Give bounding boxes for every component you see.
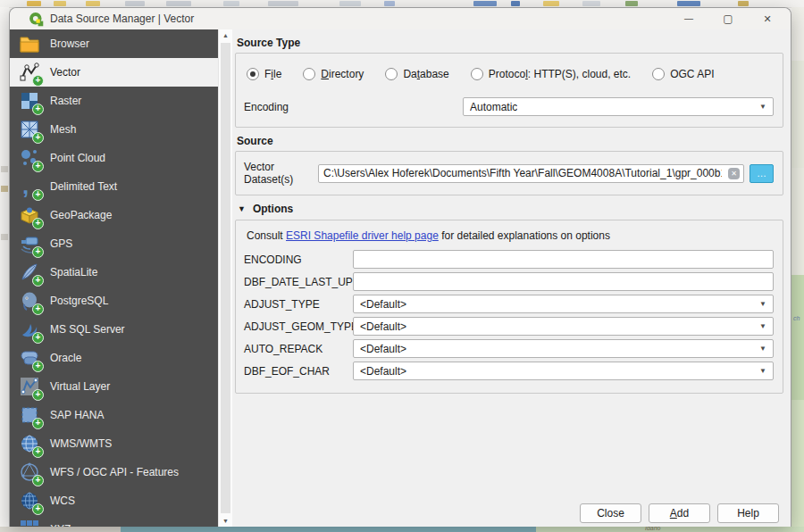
sidebar-item-virtual-layer[interactable]: +Virtual Layer (10, 372, 218, 401)
xyz-icon: + (19, 519, 40, 527)
dbf-eof-char-select[interactable]: <Default>▼ (353, 362, 774, 380)
virtual-layer-icon: + (19, 376, 40, 397)
toolbar-icon-fragment (543, 1, 559, 6)
option-row-encoding: ENCODING (244, 250, 774, 269)
toolbar-icon-fragment (27, 1, 41, 6)
add-badge-icon: + (32, 475, 44, 486)
toolbar-icon-fragment (677, 1, 700, 6)
add-badge-icon: + (32, 446, 44, 458)
close-button[interactable]: Close (580, 503, 641, 523)
sidebar-item-geopackage[interactable]: +GeoPackage (10, 201, 218, 229)
sidebar-item-point-cloud[interactable]: +Point Cloud (10, 144, 218, 172)
browse-button[interactable]: … (750, 164, 774, 183)
option-row-auto-repack: AUTO_REPACK<Default>▼ (244, 339, 774, 358)
option-label: ADJUST_TYPE (244, 298, 353, 311)
radio-directory[interactable]: Directory (303, 68, 364, 80)
radio-unselected-icon[interactable] (652, 68, 665, 80)
select-value: <Default> (360, 343, 406, 355)
sidebar-item-label: WFS / OGC API - Features (50, 466, 179, 478)
chevron-down-icon: ▼ (759, 367, 766, 375)
sidebar-item-label: XYZ (50, 523, 71, 527)
add-badge-icon: + (32, 418, 44, 429)
sidebar-item-wcs[interactable]: +WCS (10, 486, 218, 515)
radio-unselected-icon[interactable] (385, 68, 398, 80)
sidebar-item-vector[interactable]: +Vector (10, 58, 218, 87)
add-badge-icon: + (32, 332, 44, 344)
radio-unselected-icon[interactable] (471, 68, 483, 80)
sidebar-item-label: Delimited Text (50, 180, 117, 193)
option-label: DBF_EOF_CHAR (244, 365, 353, 378)
data-source-manager-dialog: Data Source Manager | Vector — ▢ ✕ Brows… (9, 7, 791, 527)
sidebar-scrollbar[interactable]: ▲ ▼ (218, 29, 232, 527)
sidebar-item-label: Point Cloud (50, 152, 105, 164)
map-canvas-right: ch (791, 7, 804, 532)
encoding-select[interactable]: Automatic ▼ (463, 97, 774, 116)
raster-icon: + (19, 90, 40, 112)
adjust-geom-type-select[interactable]: <Default>▼ (353, 317, 774, 336)
add-badge-icon: + (32, 189, 44, 201)
options-collapse-header[interactable]: ▼ Options (238, 203, 783, 215)
sidebar-item-raster[interactable]: +Raster (10, 87, 218, 115)
scrollbar-thumb[interactable] (221, 43, 230, 513)
maximize-icon[interactable]: ▢ (708, 8, 748, 29)
auto-repack-select[interactable]: <Default>▼ (353, 339, 774, 358)
gps-icon: + (19, 233, 40, 254)
radio-unselected-icon[interactable] (303, 68, 315, 80)
sidebar-item-xyz[interactable]: +XYZ (10, 515, 218, 527)
map-patch (791, 7, 804, 61)
collapse-triangle-icon: ▼ (238, 204, 246, 213)
radio-database[interactable]: Database (385, 68, 448, 80)
source-type-heading: Source Type (237, 37, 783, 49)
vector-dataset-input[interactable] (318, 164, 744, 183)
option-row-dbf-eof-char: DBF_EOF_CHAR<Default>▼ (244, 362, 774, 380)
sidebar-item-label: Oracle (50, 352, 81, 364)
scroll-up-icon[interactable]: ▲ (219, 32, 232, 38)
sidebar-item-delimited-text[interactable]: ,+Delimited Text (10, 172, 218, 201)
delimited-text-icon: ,+ (19, 176, 40, 197)
sidebar-item-mesh[interactable]: +Mesh (10, 115, 218, 144)
options-heading: Options (253, 203, 293, 215)
add-badge-icon: + (32, 161, 44, 172)
sidebar-item-browser[interactable]: Browser (10, 29, 218, 58)
add-badge-icon: + (32, 361, 44, 372)
source-type-sidebar: Browser+Vector+Raster+Mesh+Point Cloud,+… (10, 29, 218, 527)
map-patch (791, 61, 804, 168)
sidebar-item-label: Browser (50, 37, 89, 50)
minimize-icon[interactable]: — (669, 8, 708, 29)
dialog-titlebar[interactable]: Data Source Manager | Vector — ▢ ✕ (10, 8, 791, 29)
map-canvas-bottom: Idaho (0, 527, 804, 532)
help-button[interactable]: Help (717, 503, 779, 523)
encoding-input[interactable] (353, 250, 774, 269)
radio-label: Directory (321, 68, 364, 80)
qgis-logo-icon (29, 12, 44, 27)
toolbar-icon-fragment (86, 1, 100, 6)
sidebar-item-label: Mesh (50, 123, 76, 136)
background-fragment (1, 186, 8, 192)
radio-ogc-api[interactable]: OGC API (652, 68, 714, 80)
clear-input-icon[interactable]: ✕ (728, 168, 740, 179)
adjust-type-select[interactable]: <Default>▼ (353, 295, 774, 313)
sidebar-item-gps[interactable]: +GPS (10, 229, 218, 258)
sidebar-item-oracle[interactable]: +Oracle (10, 344, 218, 372)
sidebar-item-ms-sql-server[interactable]: +MS SQL Server (10, 315, 218, 344)
sidebar-item-wms-wmts[interactable]: +WMS/WMTS (10, 429, 218, 458)
sidebar-item-sap-hana[interactable]: +SAP HANA (10, 401, 218, 429)
close-icon[interactable]: ✕ (748, 8, 787, 29)
spatialite-icon: + (19, 262, 40, 283)
esri-help-link[interactable]: ESRI Shapefile driver help page (286, 229, 439, 242)
dbf-date-last-update-input[interactable] (353, 272, 774, 291)
sidebar-item-wfs-ogc-api-features[interactable]: +WFS / OGC API - Features (10, 458, 218, 486)
dialog-body: Browser+Vector+Raster+Mesh+Point Cloud,+… (10, 29, 791, 527)
scroll-down-icon[interactable]: ▼ (219, 518, 232, 524)
radio-selected-icon[interactable] (247, 68, 259, 80)
add-button[interactable]: Add (649, 503, 710, 523)
map-patch (791, 400, 804, 532)
sidebar-item-postgresql[interactable]: +PostgreSQL (10, 287, 218, 315)
source-type-radios: FileDirectoryDatabaseProtocol: HTTP(S), … (247, 68, 774, 80)
add-badge-icon: + (32, 246, 44, 258)
radio-file[interactable]: File (247, 68, 281, 80)
radio-protocol[interactable]: Protocol: HTTP(S), cloud, etc. (471, 68, 631, 80)
background-panel-left (0, 7, 9, 532)
sidebar-item-spatialite[interactable]: +SpatiaLite (10, 258, 218, 287)
wfs-icon: + (19, 461, 40, 483)
